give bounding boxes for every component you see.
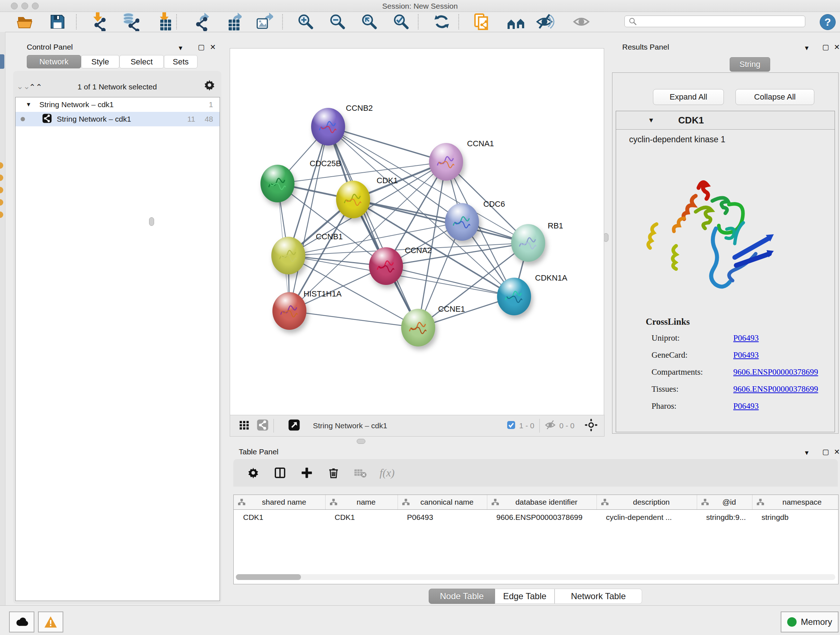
export-image-icon[interactable] <box>253 13 274 31</box>
zoom-fit-icon[interactable] <box>359 13 380 31</box>
show-columns-icon[interactable] <box>267 467 294 479</box>
tab-sets[interactable]: Sets <box>164 55 197 68</box>
tab-node-table[interactable]: Node Table <box>429 589 495 604</box>
node-table-grid[interactable]: shared namenamecanonical namedatabase id… <box>234 495 838 525</box>
tab-style[interactable]: Style <box>81 55 119 68</box>
panel-close-icon[interactable]: ✕ <box>834 43 840 51</box>
expand-all-tree-icon[interactable]: ⌃⌃ <box>29 82 42 92</box>
network-row[interactable]: String Network – cdk1 11 48 <box>16 112 219 126</box>
memory-button[interactable]: Memory <box>781 611 838 632</box>
export-table-icon[interactable] <box>222 13 243 31</box>
network-collection-row[interactable]: ▼ String Network – cdk1 1 <box>16 97 219 112</box>
network-node-hist1h1a[interactable] <box>272 292 306 330</box>
refresh-layout-icon[interactable] <box>431 13 452 31</box>
open-file-icon[interactable] <box>14 13 35 31</box>
network-node-cdc6[interactable] <box>445 203 479 241</box>
warning-button[interactable] <box>38 611 63 632</box>
panel-menu-icon[interactable]: ▾ <box>805 448 808 457</box>
import-network-database-icon[interactable] <box>119 13 141 31</box>
crosslink-url[interactable]: P06493 <box>733 333 759 343</box>
zoom-out-icon[interactable] <box>327 13 348 31</box>
crosslink-url[interactable]: P06493 <box>733 350 759 360</box>
panel-float-icon[interactable]: ▢ <box>822 448 829 456</box>
search-window-icon[interactable] <box>506 13 527 31</box>
table-cell[interactable]: CDK1 <box>234 510 325 525</box>
table-cell[interactable]: CDK1 <box>325 510 398 525</box>
table-cell[interactable]: 9606.ENSP00000378699 <box>487 510 597 525</box>
zoom-selected-icon[interactable] <box>391 13 412 31</box>
toolbar-search[interactable] <box>624 16 805 27</box>
panel-menu-icon[interactable]: ▾ <box>805 43 808 52</box>
zoom-in-icon[interactable] <box>295 13 316 31</box>
splitter-handle[interactable] <box>149 217 154 226</box>
node-label-ccnb2: CCNB2 <box>346 103 373 113</box>
show-hide-graphics-icon[interactable] <box>535 13 556 31</box>
pan-crosshair-icon[interactable] <box>584 418 598 433</box>
collapse-all-button[interactable]: Collapse All <box>736 89 814 105</box>
panel-float-icon[interactable]: ▢ <box>198 43 205 51</box>
column-header-canonical-name[interactable]: canonical name <box>398 495 487 510</box>
collapse-protein-icon[interactable]: ▼ <box>648 117 654 124</box>
cloud-button[interactable] <box>9 611 34 632</box>
column-header-name[interactable]: name <box>325 495 398 510</box>
tab-string[interactable]: String <box>729 57 770 72</box>
table-panel-title: Table Panel <box>239 448 279 456</box>
table-cell[interactable]: stringdb <box>752 510 838 525</box>
panel-float-icon[interactable]: ▢ <box>822 43 829 51</box>
column-header-namespace[interactable]: namespace <box>752 495 838 510</box>
collection-expander-icon[interactable]: ▼ <box>26 101 32 108</box>
table-row[interactable]: CDK1CDK1P064939606.ENSP00000378699cyclin… <box>234 510 838 525</box>
table-hscrollbar-thumb[interactable] <box>236 574 301 580</box>
selected-checkbox-icon[interactable] <box>507 421 515 431</box>
export-network-icon[interactable] <box>190 13 211 31</box>
collapse-all-tree-icon[interactable]: ⌄⌄ <box>17 82 30 91</box>
panel-menu-icon[interactable]: ▾ <box>179 43 182 52</box>
table-cell[interactable]: cyclin-dependent ... <box>597 510 697 525</box>
column-header-description[interactable]: description <box>597 495 697 510</box>
tab-edge-table[interactable]: Edge Table <box>495 589 554 604</box>
network-view-mode-icon[interactable] <box>257 419 268 432</box>
tab-network[interactable]: Network <box>27 55 81 68</box>
tab-select[interactable]: Select <box>119 55 164 68</box>
panel-close-icon[interactable]: ✕ <box>210 43 216 51</box>
network-canvas[interactable]: CCNB2CCNA1CDC25BCDK1CDC6RB1CCNB1CCNA2CDK… <box>230 48 604 416</box>
network-node-ccna2[interactable] <box>369 247 403 285</box>
delete-column-icon[interactable] <box>320 467 347 478</box>
network-node-cdk1[interactable] <box>336 181 370 218</box>
network-node-ccne1[interactable] <box>401 309 435 347</box>
search-input[interactable] <box>637 17 798 26</box>
table-cell[interactable]: stringdb:9... <box>697 510 752 525</box>
import-network-file-icon[interactable] <box>87 13 108 31</box>
import-table-file-icon[interactable] <box>152 13 173 31</box>
network-node-cdkn1a[interactable] <box>497 278 531 315</box>
column-header-database-identifier[interactable]: database identifier <box>487 495 597 510</box>
panel-close-icon[interactable]: ✕ <box>834 448 840 456</box>
network-node-cdc25b[interactable] <box>261 165 294 203</box>
network-node-ccnb2[interactable] <box>311 108 345 146</box>
splitter-handle[interactable] <box>603 233 608 242</box>
tab-network-table[interactable]: Network Table <box>554 589 642 604</box>
grid-view-icon[interactable] <box>239 420 249 432</box>
network-node-ccnb1[interactable] <box>271 237 305 274</box>
network-options-gear-icon[interactable] <box>203 79 216 93</box>
column-header-shared-name[interactable]: shared name <box>234 495 325 510</box>
crosslink-url[interactable]: P06493 <box>733 402 759 411</box>
crosslink-url[interactable]: 9606.ENSP00000378699 <box>733 367 818 377</box>
table-settings-gear-icon[interactable] <box>240 467 267 479</box>
expand-all-button[interactable]: Expand All <box>653 89 724 105</box>
network-node-ccna1[interactable] <box>429 143 463 181</box>
table-cell[interactable]: P06493 <box>398 510 487 525</box>
add-column-icon[interactable] <box>294 467 320 479</box>
protein-header[interactable]: ▼ CDK1 <box>616 111 835 130</box>
save-session-icon[interactable] <box>47 13 68 31</box>
delete-table-icon <box>347 467 374 478</box>
splitter-handle[interactable] <box>357 439 365 444</box>
copy-network-icon[interactable] <box>471 13 493 31</box>
column-header--id[interactable]: @id <box>697 495 752 510</box>
crosslink-url[interactable]: 9606.ENSP00000378699 <box>733 385 818 394</box>
birdseye-view-icon[interactable] <box>288 419 300 432</box>
eye-disabled-icon[interactable] <box>571 13 592 31</box>
table-hscrollbar[interactable] <box>236 574 835 580</box>
network-node-rb1[interactable] <box>511 224 545 262</box>
help-button[interactable]: ? <box>820 14 836 30</box>
